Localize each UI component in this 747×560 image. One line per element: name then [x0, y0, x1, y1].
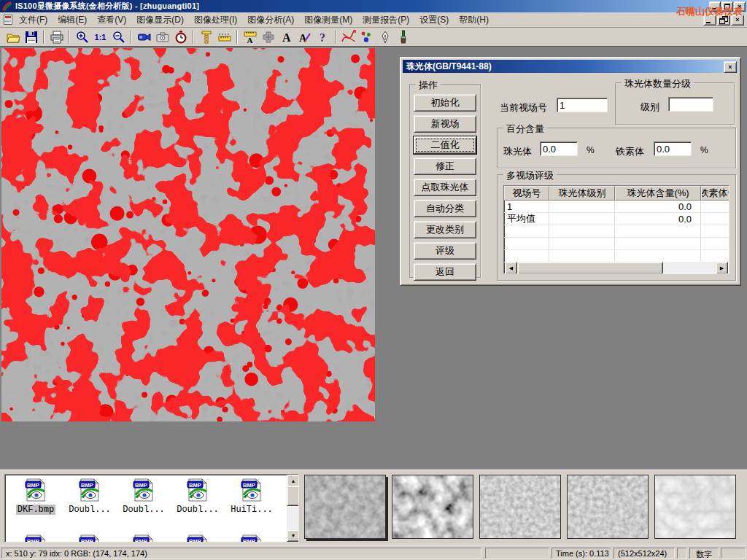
ruler-icon [217, 30, 232, 44]
ruler-button[interactable] [215, 28, 233, 45]
current-view-label: 当前视场号 [500, 101, 547, 114]
merge-button[interactable] [259, 28, 277, 45]
menu-measure-report[interactable]: 测量报告(P) [357, 12, 414, 28]
percent-group: 百分含量 珠光体 % 铁素体 % [497, 128, 736, 168]
menu-edit[interactable]: 编辑(E) [53, 12, 92, 28]
app-logo-icon [2, 1, 12, 12]
save-button[interactable] [22, 28, 40, 45]
rate-button[interactable]: 评级 [414, 242, 476, 260]
svg-text:A: A [282, 31, 291, 44]
edit-text-button[interactable]: A [295, 28, 314, 45]
file-list-scrollbar[interactable]: ▲ ▼ [287, 475, 298, 542]
zoom-out-button[interactable] [109, 28, 128, 45]
gallery-thumbnail[interactable] [392, 475, 473, 539]
pick-pearlite-button[interactable]: 点取珠光体 [414, 179, 476, 196]
file-item[interactable] [171, 534, 224, 542]
table-horizontal-scrollbar[interactable]: ◀ ▶ [505, 262, 728, 273]
file-item[interactable]: Doubl... [63, 478, 116, 515]
printer-icon [50, 30, 64, 44]
file-item[interactable] [9, 534, 62, 542]
video-capture-button[interactable] [135, 28, 153, 45]
letter-a-pencil-icon: A [298, 30, 312, 44]
brush-button[interactable] [394, 28, 412, 45]
gallery-thumbnail[interactable] [567, 475, 649, 539]
table-row[interactable]: 平均值 0.0 [504, 213, 729, 225]
bmp-file-icon [186, 478, 209, 502]
ferrite-percent-input[interactable] [654, 141, 692, 156]
operations-group: 操作 初始化 新视场 二值化 修正 点取珠光体 自动分类 更改类别 评级 返回 [409, 84, 481, 278]
return-button[interactable]: 返回 [414, 263, 476, 281]
menu-help[interactable]: 帮助(H) [454, 12, 494, 28]
menu-bar: 文件(F) 编辑(E) 查看(V) 图像显示(D) 图像处理(I) 图像分析(A… [0, 12, 747, 28]
menu-settings[interactable]: 设置(S) [414, 12, 454, 28]
help-button[interactable]: ? [314, 28, 332, 45]
file-item[interactable]: DKF.bmp [9, 478, 62, 515]
auto-classify-button[interactable]: 自动分类 [414, 200, 476, 217]
zoom-in-button[interactable] [73, 28, 91, 45]
menu-file[interactable]: 文件(F) [14, 12, 53, 28]
camera-button[interactable] [153, 28, 171, 45]
init-button[interactable]: 初始化 [414, 94, 476, 112]
document-icon[interactable] [2, 14, 14, 26]
scroll-left-icon[interactable]: ◀ [505, 262, 517, 274]
cell-content: 0.0 [615, 201, 701, 213]
menu-view[interactable]: 查看(V) [92, 12, 131, 28]
change-class-button[interactable]: 更改类别 [414, 221, 476, 238]
timer-button[interactable] [171, 28, 190, 45]
correct-button[interactable]: 修正 [414, 158, 476, 175]
scroll-right-icon[interactable]: ▶ [716, 262, 728, 274]
scrollbar-thumb[interactable] [287, 486, 299, 506]
header-ferrite-content[interactable]: 铁素体含量(%) [701, 186, 729, 201]
file-item[interactable]: HuiTi... [225, 478, 278, 515]
measure-label-button[interactable]: A [241, 28, 259, 45]
clock-icon [174, 30, 188, 44]
header-pearlite-content[interactable]: 珠光体含量(%) [615, 186, 701, 201]
dialog-close-button[interactable]: × [724, 61, 737, 73]
file-item[interactable]: Doubl... [117, 478, 170, 515]
bmp-file-icon [240, 534, 263, 542]
print-button[interactable] [47, 28, 66, 45]
table-row[interactable]: 1 0.0 [504, 201, 729, 213]
menu-image-display[interactable]: 图像显示(D) [131, 12, 189, 28]
ferrite-unit: % [700, 145, 708, 155]
spline-curve-icon [341, 30, 357, 44]
gallery-thumbnail[interactable] [479, 475, 561, 539]
cell-grade [549, 213, 615, 225]
header-field-no[interactable]: 视场号 [504, 186, 549, 201]
menu-image-processing[interactable]: 图像处理(I) [189, 12, 242, 28]
scrollbar-thumb[interactable] [517, 262, 663, 274]
multiview-table: 视场号 珠光体级别 珠光体含量(%) 铁素体含量(%) 1 0.0 平均值 [503, 185, 729, 274]
pen-button[interactable] [376, 28, 394, 45]
gallery-thumbnail[interactable] [654, 475, 736, 539]
file-item[interactable]: Doubl... [171, 478, 224, 515]
metallograph-image[interactable] [1, 48, 375, 421]
class-points-button[interactable] [357, 28, 376, 45]
text-button[interactable]: A [277, 28, 295, 45]
grade-input[interactable] [668, 97, 713, 112]
menu-image-measure[interactable]: 图像测量(M) [299, 12, 357, 28]
actual-size-button[interactable]: 1:1 [91, 28, 109, 45]
spline-button[interactable] [339, 28, 357, 45]
file-name: Doubl... [67, 505, 112, 515]
gallery-thumbnail[interactable] [304, 475, 386, 539]
file-item[interactable] [117, 534, 170, 542]
header-pearlite-grade[interactable]: 珠光体级别 [549, 186, 615, 201]
save-floppy-icon [24, 30, 39, 44]
pearlite-percent-input[interactable] [540, 141, 578, 156]
file-item[interactable] [225, 534, 278, 542]
scroll-down-icon[interactable]: ▼ [287, 529, 299, 542]
multiview-group-label: 多视场评级 [503, 169, 557, 182]
dialog-title-bar[interactable]: 珠光体(GB/T9441-88) × [403, 60, 738, 73]
open-button[interactable] [4, 28, 22, 45]
cell-field-no: 平均值 [504, 213, 549, 225]
menu-image-analysis[interactable]: 图像分析(A) [242, 12, 299, 28]
file-name: Doubl... [175, 505, 220, 515]
file-item[interactable] [63, 534, 116, 542]
status-image-size: (512x512x24) [614, 548, 675, 559]
caliper-button[interactable] [197, 28, 215, 45]
zoom-out-icon [112, 30, 126, 44]
file-name: HuiTi... [229, 505, 274, 515]
binarize-button[interactable]: 二值化 [414, 136, 476, 154]
new-field-button[interactable]: 新视场 [414, 115, 476, 133]
current-view-input[interactable] [557, 98, 608, 112]
